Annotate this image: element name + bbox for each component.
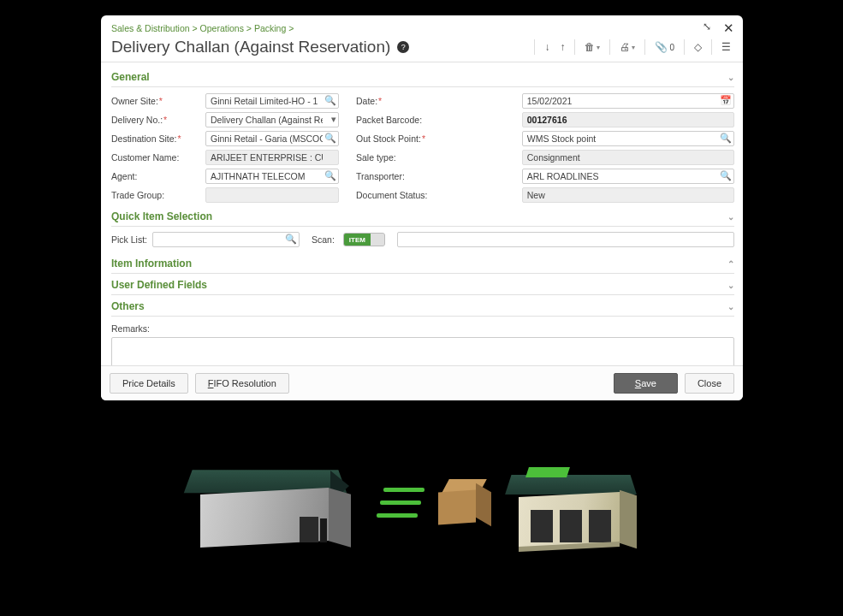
section-quick-label: Quick Item Selection <box>111 210 212 222</box>
sort-desc-icon[interactable]: ↑ <box>556 39 568 55</box>
scan-label: Scan: <box>312 234 335 245</box>
attach-count: 0 <box>669 43 674 52</box>
section-udf-label: User Defined Fields <box>111 279 207 291</box>
save-button[interactable]: Save <box>614 373 678 394</box>
search-icon[interactable]: 🔍 <box>324 133 336 144</box>
scan-mode-label: ITEM <box>344 234 371 246</box>
store-icon <box>503 452 640 558</box>
chevron-up-icon: ⌃ <box>727 259 734 269</box>
delete-button[interactable]: 🗑▾ <box>581 39 603 55</box>
transporter-input[interactable] <box>522 169 734 184</box>
form-body: General ⌄ Owner Site: 🔍 Delivery No.: ▾ <box>101 62 743 365</box>
quick-row: Pick List: 🔍 Scan: ITEM <box>111 227 734 252</box>
search-icon[interactable]: 🔍 <box>720 133 732 144</box>
trade-group-label: Trade Group: <box>111 190 205 200</box>
agent-label: Agent: <box>111 171 205 181</box>
section-quick[interactable]: Quick Item Selection ⌄ <box>111 205 734 227</box>
remarks-input[interactable] <box>111 337 734 365</box>
section-general-label: General <box>111 71 150 83</box>
sale-type-input <box>522 150 734 165</box>
titlebar: Sales & Distribution > Operations > Pack… <box>101 15 743 38</box>
col-right: 📅 🔍 <box>522 92 734 204</box>
scan-input[interactable] <box>397 232 734 247</box>
sort-asc-icon[interactable]: ↓ <box>541 39 553 55</box>
search-icon[interactable]: 🔍 <box>720 170 732 181</box>
calendar-icon[interactable]: 📅 <box>720 95 732 106</box>
save-rest: ave <box>641 378 656 388</box>
owner-site-input[interactable] <box>205 93 339 109</box>
destination-site-input[interactable] <box>205 131 339 146</box>
trade-group-input <box>205 187 339 203</box>
app-window: Sales & Distribution > Operations > Pack… <box>101 15 743 400</box>
document-status-input <box>522 187 734 203</box>
header-row: Delivery Challan (Against Reservation) ?… <box>101 38 743 62</box>
agent-input[interactable] <box>205 169 339 184</box>
page-title: Delivery Challan (Against Reservation) ? <box>111 38 409 56</box>
print-button[interactable]: 🖨▾ <box>616 39 638 55</box>
package-icon <box>438 479 488 524</box>
section-others[interactable]: Others ⌄ <box>111 295 734 317</box>
date-label: Date: <box>356 96 450 106</box>
chevron-down-icon: ⌄ <box>727 73 734 82</box>
search-icon[interactable]: 🔍 <box>324 95 336 106</box>
customer-name-input <box>205 150 339 165</box>
col-left: Owner Site: 🔍 Delivery No.: ▾ Destinatio… <box>111 92 339 204</box>
pick-list-label: Pick List: <box>111 234 147 245</box>
chevron-down-icon: ⌄ <box>727 212 734 222</box>
transporter-label: Transporter: <box>356 171 450 181</box>
general-form: Owner Site: 🔍 Delivery No.: ▾ Destinatio… <box>111 87 734 205</box>
date-input[interactable] <box>522 93 734 109</box>
owner-site-label: Owner Site: <box>111 96 205 106</box>
out-stock-point-label: Out Stock Point: <box>356 133 450 144</box>
settings-icon[interactable]: ☰ <box>718 39 734 55</box>
section-udf[interactable]: User Defined Fields ⌄ <box>111 274 734 295</box>
transfer-arrows-icon <box>383 488 424 518</box>
packet-barcode-input <box>522 112 734 127</box>
close-button[interactable]: Close <box>685 373 734 394</box>
delivery-no-label: Delivery No.: <box>111 115 205 125</box>
expand-icon[interactable]: ⤡ <box>703 21 711 36</box>
search-icon[interactable]: 🔍 <box>324 170 336 181</box>
attach-button[interactable]: 📎0 <box>651 39 678 55</box>
chevron-down-icon[interactable]: ▾ <box>331 114 336 125</box>
search-icon[interactable]: 🔍 <box>285 234 297 245</box>
sale-type-label: Sale type: <box>356 152 450 163</box>
out-stock-point-input[interactable] <box>522 131 734 146</box>
fifo-resolution-button[interactable]: FIFO Resolution <box>195 373 289 394</box>
document-status-label: Document Status: <box>356 190 450 200</box>
fifo-label: FIFO Resolution <box>208 378 276 388</box>
delivery-no-select[interactable] <box>205 112 339 127</box>
warehouse-icon <box>180 453 351 556</box>
title-text: Delivery Challan (Against Reservation) <box>111 38 390 56</box>
chevron-down-icon: ⌄ <box>727 302 734 311</box>
customer-name-label: Customer Name: <box>111 152 205 163</box>
destination-site-label: Destination Site: <box>111 133 205 144</box>
section-item-info[interactable]: Item Information ⌃ <box>111 252 734 274</box>
section-item-info-label: Item Information <box>111 258 192 270</box>
footer: Price Details FIFO Resolution Save Close <box>101 365 743 400</box>
section-others-label: Others <box>111 300 145 312</box>
packet-barcode-label: Packet Barcode: <box>356 115 450 125</box>
toolbar: ↓ ↑ 🗑▾ 🖨▾ 📎0 ◇ ☰ <box>531 39 734 55</box>
price-details-button[interactable]: Price Details <box>110 373 188 394</box>
remarks-label: Remarks: <box>111 323 150 334</box>
close-icon[interactable]: ✕ <box>723 21 734 36</box>
chevron-down-icon: ⌄ <box>727 281 734 290</box>
col-mid: Date: Packet Barcode: Out Stock Point: S… <box>356 92 505 204</box>
illustration <box>180 428 642 573</box>
section-general[interactable]: General ⌄ <box>111 66 734 87</box>
breadcrumb[interactable]: Sales & Distribution > Operations > Pack… <box>111 23 294 33</box>
erase-icon[interactable]: ◇ <box>691 39 705 55</box>
scan-mode-toggle[interactable]: ITEM <box>343 233 385 246</box>
pick-list-input[interactable] <box>152 232 300 247</box>
help-icon[interactable]: ? <box>397 41 409 53</box>
